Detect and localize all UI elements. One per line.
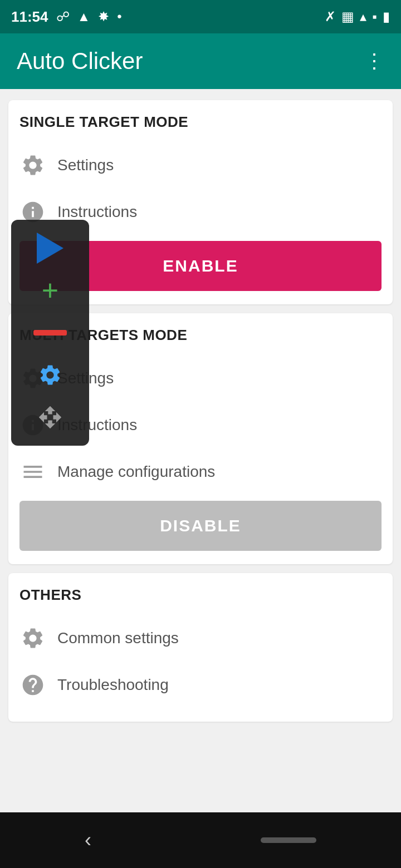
common-settings-item[interactable]: Common settings — [19, 615, 382, 662]
status-time: 11:54 — [11, 8, 48, 26]
others-card: OTHERS Common settings Troubleshooting — [8, 573, 393, 722]
message-icon: ☍ — [56, 9, 70, 24]
more-vert-icon[interactable]: ⋮ — [364, 50, 384, 73]
dot-icon: • — [117, 9, 121, 24]
play-icon — [37, 233, 63, 264]
troubleshooting-label: Troubleshooting — [57, 676, 169, 694]
help-icon — [19, 672, 46, 698]
battery-icon: ▮ — [383, 9, 390, 24]
bluetooth-icon: ✗ — [325, 9, 336, 24]
common-settings-label: Common settings — [57, 629, 179, 647]
others-section-title: OTHERS — [19, 586, 382, 604]
floating-remove-button[interactable] — [19, 313, 81, 352]
home-pill[interactable] — [261, 837, 316, 843]
app-title: Auto Clicker — [17, 48, 143, 75]
manage-config-label: Manage configurations — [57, 463, 215, 481]
floating-panel: + — [11, 220, 89, 446]
floating-play-button[interactable] — [19, 229, 81, 268]
floating-move-button[interactable] — [19, 398, 81, 437]
troubleshooting-item[interactable]: Troubleshooting — [19, 662, 382, 708]
settings-icon — [19, 152, 46, 179]
floating-settings-button[interactable] — [19, 356, 81, 394]
status-left: 11:54 ☍ ▲ ✸ • — [11, 8, 122, 26]
vibrate-icon: ▦ — [341, 9, 354, 24]
signal-icon: ▪ — [372, 9, 377, 24]
wifi-icon: ▴ — [360, 9, 366, 24]
plus-icon: + — [42, 276, 58, 305]
status-right: ✗ ▦ ▴ ▪ ▮ — [325, 9, 390, 24]
manage-config-item[interactable]: Manage configurations — [19, 448, 382, 495]
disable-button[interactable]: DISABLE — [19, 501, 382, 551]
warning-icon: ▲ — [77, 9, 91, 24]
single-instructions-label: Instructions — [57, 203, 137, 221]
move-icon — [38, 405, 62, 430]
single-settings-label: Settings — [57, 156, 114, 174]
back-button[interactable]: ‹ — [85, 828, 91, 852]
floating-add-button[interactable]: + — [19, 271, 81, 310]
single-settings-item[interactable]: Settings — [19, 142, 382, 189]
status-bar: 11:54 ☍ ▲ ✸ • ✗ ▦ ▴ ▪ ▮ — [0, 0, 401, 33]
manage-config-icon — [19, 458, 46, 485]
minus-icon — [33, 330, 67, 336]
gear-blue-icon — [38, 363, 62, 387]
common-settings-icon — [19, 625, 46, 652]
app-bar: Auto Clicker ⋮ — [0, 33, 401, 89]
single-target-section-title: SINGLE TARGET MODE — [19, 114, 382, 131]
debug-icon: ✸ — [98, 9, 109, 24]
bottom-nav: ‹ — [0, 812, 401, 868]
